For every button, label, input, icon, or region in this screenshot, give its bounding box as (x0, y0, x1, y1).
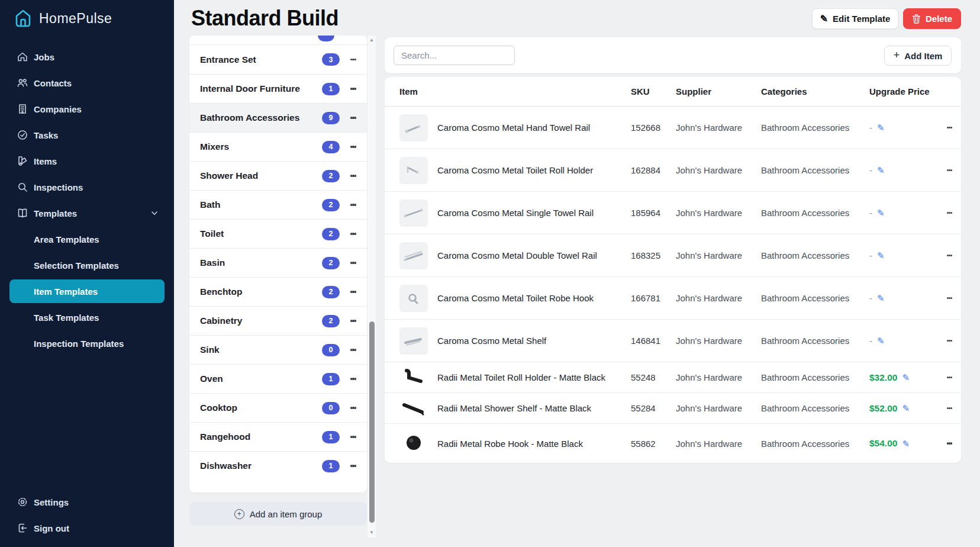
row-kebab-menu-icon[interactable] (944, 339, 956, 342)
item-group-row[interactable]: Cabinetry 2 (189, 306, 367, 335)
upgrade-price-value: - (869, 250, 872, 260)
edit-template-button[interactable]: ✎ Edit Template (812, 8, 898, 29)
row-kebab-menu-icon[interactable] (944, 442, 956, 445)
kebab-menu-icon[interactable] (347, 57, 359, 61)
item-categories: Bathroom Accessories (761, 250, 869, 260)
delete-button[interactable]: Delete (903, 8, 961, 29)
upgrade-price-cell: - ✎ (869, 293, 938, 303)
sidebar-item-selection-templates[interactable]: Selection Templates (0, 252, 174, 278)
item-group-row[interactable]: Sink 0 (189, 335, 367, 364)
row-kebab-menu-icon[interactable] (944, 168, 956, 172)
item-count-badge: 3 (322, 53, 340, 66)
row-kebab-menu-icon[interactable] (944, 253, 956, 257)
sidebar-item-items[interactable]: Items (0, 148, 174, 174)
item-group-row[interactable]: Cooktop 0 (189, 393, 367, 422)
item-group-row[interactable]: Bath 2 (189, 190, 367, 219)
kebab-menu-icon[interactable] (347, 174, 359, 178)
add-item-button[interactable]: + Add Item (884, 46, 952, 66)
item-group-name: Rangehood (200, 432, 322, 442)
row-kebab-menu-icon[interactable] (944, 126, 956, 129)
kebab-menu-icon[interactable] (347, 406, 359, 410)
item-sku: 55862 (631, 439, 676, 449)
edit-price-pencil-icon[interactable]: ✎ (902, 439, 910, 448)
table-row[interactable]: Caroma Cosmo Metal Double Towel Rail 168… (385, 234, 961, 277)
upgrade-price-cell: - ✎ (869, 336, 938, 346)
item-categories: Bathroom Accessories (761, 336, 869, 346)
item-categories: Bathroom Accessories (761, 293, 869, 303)
table-row[interactable]: Radii Metal Robe Hook - Matte Black 5586… (385, 424, 961, 463)
item-group-row[interactable]: Shower Head 2 (189, 161, 367, 190)
metal-roll-holder-thumbnail (399, 157, 428, 184)
sidebar-item-area-templates[interactable]: Area Templates (0, 226, 174, 252)
kebab-menu-icon[interactable] (347, 319, 359, 323)
search-input[interactable] (394, 46, 515, 65)
kebab-menu-icon[interactable] (347, 348, 359, 352)
item-group-row[interactable]: Basin 2 (189, 248, 367, 277)
sidebar-item-signout[interactable]: Sign out (0, 515, 174, 541)
table-row[interactable]: Caroma Cosmo Metal Single Towel Rail 185… (385, 192, 961, 234)
sidebar-item-task-templates[interactable]: Task Templates (0, 304, 174, 330)
sidebar-item-label: Sign out (34, 523, 69, 533)
edit-price-pencil-icon[interactable]: ✎ (902, 373, 910, 382)
item-group-row[interactable]: Benchtop 2 (189, 277, 367, 306)
item-categories: Bathroom Accessories (761, 165, 869, 175)
scroll-down-arrow[interactable]: ▼ (368, 529, 376, 536)
edit-price-pencil-icon[interactable]: ✎ (877, 208, 885, 217)
item-name: Caroma Cosmo Metal Single Towel Rail (437, 208, 631, 218)
item-group-row[interactable]: Internal Door Furniture 1 (189, 74, 367, 103)
kebab-menu-icon[interactable] (347, 116, 359, 120)
edit-price-pencil-icon[interactable]: ✎ (877, 123, 885, 132)
table-row[interactable]: Caroma Cosmo Metal Toilet Robe Hook 1667… (385, 277, 961, 320)
upgrade-price-cell: $54.00 ✎ (869, 438, 938, 449)
item-group-row[interactable]: Dishwasher 1 (189, 451, 367, 480)
plus-icon: + (894, 49, 900, 62)
kebab-menu-icon[interactable] (347, 290, 359, 294)
edit-price-pencil-icon[interactable]: ✎ (877, 294, 885, 303)
scroll-up-arrow[interactable]: ▲ (368, 37, 376, 44)
sidebar-item-jobs[interactable]: Jobs (0, 44, 174, 70)
item-supplier: John's Hardware (676, 336, 761, 346)
edit-price-pencil-icon[interactable]: ✎ (877, 166, 885, 175)
templates-subnav: Area Templates Selection Templates Item … (0, 226, 174, 356)
sidebar-item-companies[interactable]: Companies (0, 96, 174, 122)
table-row[interactable]: Radii Metal Toilet Roll Holder - Matte B… (385, 362, 961, 393)
item-group-row[interactable]: Toilet 2 (189, 219, 367, 248)
add-item-group-button[interactable]: + Add an item group (189, 502, 367, 526)
item-group-row[interactable]: Bathroom Accessories 9 (189, 103, 367, 132)
item-group-row[interactable]: Oven 1 (189, 364, 367, 393)
kebab-menu-icon[interactable] (347, 203, 359, 207)
kebab-menu-icon[interactable] (347, 377, 359, 381)
table-row[interactable]: Caroma Cosmo Metal Shelf 146841 John's H… (385, 320, 961, 362)
sidebar-item-tasks[interactable]: Tasks (0, 122, 174, 148)
task-check-icon (17, 129, 28, 141)
kebab-menu-icon[interactable] (347, 261, 359, 265)
edit-price-pencil-icon[interactable]: ✎ (902, 404, 910, 413)
table-row[interactable]: Radii Metal Shower Shelf - Matte Black 5… (385, 393, 961, 424)
edit-price-pencil-icon[interactable]: ✎ (877, 251, 885, 260)
sidebar-item-inspection-templates[interactable]: Inspection Templates (0, 330, 174, 356)
item-group-row[interactable]: Rangehood 1 (189, 422, 367, 451)
table-row[interactable]: Caroma Cosmo Metal Toilet Roll Holder 16… (385, 149, 961, 192)
sidebar-item-settings[interactable]: Settings (0, 489, 174, 515)
sidebar-item-contacts[interactable]: Contacts (0, 70, 174, 96)
row-kebab-menu-icon[interactable] (944, 375, 956, 379)
row-kebab-menu-icon[interactable] (944, 406, 956, 410)
scrollbar-thumb[interactable] (369, 321, 375, 523)
item-supplier: John's Hardware (676, 293, 761, 303)
row-kebab-menu-icon[interactable] (944, 211, 956, 214)
sidebar-item-templates[interactable]: Templates (0, 200, 174, 226)
kebab-menu-icon[interactable] (347, 87, 359, 91)
sidebar-item-inspections[interactable]: Inspections (0, 174, 174, 200)
kebab-menu-icon[interactable] (347, 464, 359, 468)
kebab-menu-icon[interactable] (347, 232, 359, 236)
table-row[interactable]: Caroma Cosmo Metal Hand Towel Rail 15266… (385, 107, 961, 149)
kebab-menu-icon[interactable] (347, 145, 359, 149)
col-header-sku: SKU (631, 86, 676, 96)
sidebar-item-item-templates[interactable]: Item Templates (9, 279, 165, 303)
kebab-menu-icon[interactable] (347, 435, 359, 439)
row-kebab-menu-icon[interactable] (944, 296, 956, 300)
item-group-row[interactable]: Entrance Set 3 (189, 45, 367, 74)
page-title: Standard Build (191, 6, 339, 31)
item-group-row[interactable]: Mixers 4 (189, 132, 367, 161)
edit-price-pencil-icon[interactable]: ✎ (877, 336, 885, 345)
